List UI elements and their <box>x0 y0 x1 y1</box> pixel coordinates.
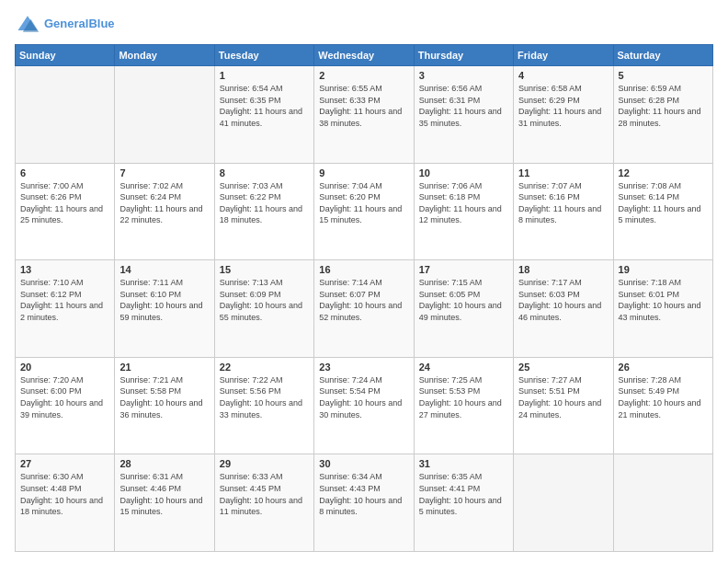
day-info: Sunrise: 7:10 AMSunset: 6:12 PMDaylight:… <box>20 277 109 323</box>
calendar-day-cell: 30Sunrise: 6:34 AMSunset: 4:43 PMDayligh… <box>314 454 414 552</box>
calendar-day-cell: 2Sunrise: 6:55 AMSunset: 6:33 PMDaylight… <box>314 66 414 164</box>
logo-general: General <box>44 17 88 30</box>
calendar-week-row: 20Sunrise: 7:20 AMSunset: 6:00 PMDayligh… <box>16 357 713 454</box>
day-number: 9 <box>319 167 408 178</box>
calendar-day-cell: 3Sunrise: 6:56 AMSunset: 6:31 PMDaylight… <box>414 66 513 164</box>
day-number: 11 <box>518 167 608 178</box>
day-info: Sunrise: 6:34 AMSunset: 4:43 PMDaylight:… <box>319 471 408 517</box>
logo-text: GeneralBlue <box>44 17 115 31</box>
calendar-day-cell: 10Sunrise: 7:06 AMSunset: 6:18 PMDayligh… <box>414 163 513 260</box>
day-info: Sunrise: 7:08 AMSunset: 6:14 PMDaylight:… <box>619 180 708 226</box>
weekday-header: Friday <box>514 45 613 66</box>
calendar-day-cell: 12Sunrise: 7:08 AMSunset: 6:14 PMDayligh… <box>613 163 712 260</box>
calendar-week-row: 1Sunrise: 6:54 AMSunset: 6:35 PMDaylight… <box>16 66 713 164</box>
day-number: 24 <box>419 362 508 373</box>
day-info: Sunrise: 7:18 AMSunset: 6:01 PMDaylight:… <box>619 277 708 323</box>
day-info: Sunrise: 7:25 AMSunset: 5:53 PMDaylight:… <box>419 374 508 420</box>
day-info: Sunrise: 7:28 AMSunset: 5:49 PMDaylight:… <box>619 374 708 420</box>
weekday-row: SundayMondayTuesdayWednesdayThursdayFrid… <box>16 45 713 66</box>
calendar-day-cell: 11Sunrise: 7:07 AMSunset: 6:16 PMDayligh… <box>514 163 613 260</box>
day-number: 4 <box>518 70 608 81</box>
day-info: Sunrise: 7:15 AMSunset: 6:05 PMDaylight:… <box>419 277 508 323</box>
calendar-day-cell: 23Sunrise: 7:24 AMSunset: 5:54 PMDayligh… <box>314 357 414 454</box>
day-info: Sunrise: 7:24 AMSunset: 5:54 PMDaylight:… <box>319 374 408 420</box>
day-info: Sunrise: 7:00 AMSunset: 6:26 PMDaylight:… <box>20 180 109 226</box>
calendar-week-row: 27Sunrise: 6:30 AMSunset: 4:48 PMDayligh… <box>16 454 713 552</box>
calendar-day-cell: 24Sunrise: 7:25 AMSunset: 5:53 PMDayligh… <box>414 357 513 454</box>
day-info: Sunrise: 6:59 AMSunset: 6:28 PMDaylight:… <box>619 83 708 129</box>
day-number: 12 <box>619 167 708 178</box>
day-number: 22 <box>220 362 309 373</box>
calendar-day-cell: 14Sunrise: 7:11 AMSunset: 6:10 PMDayligh… <box>115 260 214 358</box>
calendar-day-cell: 18Sunrise: 7:17 AMSunset: 6:03 PMDayligh… <box>514 260 613 358</box>
weekday-header: Tuesday <box>214 45 313 66</box>
calendar-day-cell: 8Sunrise: 7:03 AMSunset: 6:22 PMDaylight… <box>214 163 313 260</box>
calendar-day-cell: 28Sunrise: 6:31 AMSunset: 4:46 PMDayligh… <box>115 454 214 552</box>
calendar-day-cell: 31Sunrise: 6:35 AMSunset: 4:41 PMDayligh… <box>414 454 513 552</box>
day-info: Sunrise: 7:14 AMSunset: 6:07 PMDaylight:… <box>319 277 408 323</box>
calendar-week-row: 13Sunrise: 7:10 AMSunset: 6:12 PMDayligh… <box>16 260 713 358</box>
day-number: 27 <box>20 458 109 469</box>
calendar-body: 1Sunrise: 6:54 AMSunset: 6:35 PMDaylight… <box>16 66 713 552</box>
logo-icon <box>15 11 40 37</box>
day-number: 15 <box>220 264 309 275</box>
calendar-day-cell: 19Sunrise: 7:18 AMSunset: 6:01 PMDayligh… <box>613 260 712 358</box>
day-number: 30 <box>319 458 408 469</box>
day-number: 6 <box>20 167 109 178</box>
day-number: 21 <box>119 362 209 373</box>
calendar-day-cell: 1Sunrise: 6:54 AMSunset: 6:35 PMDaylight… <box>214 66 313 164</box>
logo: GeneralBlue <box>15 11 115 37</box>
day-info: Sunrise: 7:17 AMSunset: 6:03 PMDaylight:… <box>518 277 608 323</box>
weekday-header: Sunday <box>16 45 115 66</box>
logo-blue: Blue <box>88 17 114 30</box>
day-info: Sunrise: 6:33 AMSunset: 4:45 PMDaylight:… <box>220 471 309 517</box>
day-info: Sunrise: 7:20 AMSunset: 6:00 PMDaylight:… <box>20 374 109 420</box>
calendar-day-cell <box>613 454 712 552</box>
day-number: 14 <box>119 264 209 275</box>
calendar-day-cell <box>514 454 613 552</box>
day-info: Sunrise: 7:07 AMSunset: 6:16 PMDaylight:… <box>518 180 608 226</box>
day-number: 19 <box>619 264 708 275</box>
day-info: Sunrise: 7:06 AMSunset: 6:18 PMDaylight:… <box>419 180 508 226</box>
day-number: 16 <box>319 264 408 275</box>
day-info: Sunrise: 7:11 AMSunset: 6:10 PMDaylight:… <box>119 277 209 323</box>
page: GeneralBlue SundayMondayTuesdayWednesday… <box>0 0 728 563</box>
calendar-day-cell: 27Sunrise: 6:30 AMSunset: 4:48 PMDayligh… <box>16 454 115 552</box>
day-number: 13 <box>20 264 109 275</box>
day-number: 8 <box>220 167 309 178</box>
day-info: Sunrise: 6:56 AMSunset: 6:31 PMDaylight:… <box>419 83 508 129</box>
weekday-header: Thursday <box>414 45 513 66</box>
calendar-day-cell: 22Sunrise: 7:22 AMSunset: 5:56 PMDayligh… <box>214 357 313 454</box>
day-number: 29 <box>220 458 309 469</box>
calendar-day-cell: 29Sunrise: 6:33 AMSunset: 4:45 PMDayligh… <box>214 454 313 552</box>
weekday-header: Wednesday <box>314 45 414 66</box>
day-info: Sunrise: 6:30 AMSunset: 4:48 PMDaylight:… <box>20 471 109 517</box>
day-number: 26 <box>619 362 708 373</box>
day-number: 23 <box>319 362 408 373</box>
calendar-day-cell: 16Sunrise: 7:14 AMSunset: 6:07 PMDayligh… <box>314 260 414 358</box>
calendar-day-cell <box>115 66 214 164</box>
calendar-day-cell: 7Sunrise: 7:02 AMSunset: 6:24 PMDaylight… <box>115 163 214 260</box>
day-info: Sunrise: 6:58 AMSunset: 6:29 PMDaylight:… <box>518 83 608 129</box>
weekday-header: Monday <box>115 45 214 66</box>
day-info: Sunrise: 6:35 AMSunset: 4:41 PMDaylight:… <box>419 471 508 517</box>
day-number: 31 <box>419 458 508 469</box>
calendar-day-cell: 5Sunrise: 6:59 AMSunset: 6:28 PMDaylight… <box>613 66 712 164</box>
day-number: 20 <box>20 362 109 373</box>
day-number: 18 <box>518 264 608 275</box>
calendar-day-cell: 9Sunrise: 7:04 AMSunset: 6:20 PMDaylight… <box>314 163 414 260</box>
day-number: 2 <box>319 70 408 81</box>
day-number: 10 <box>419 167 508 178</box>
calendar-header: SundayMondayTuesdayWednesdayThursdayFrid… <box>16 45 713 66</box>
calendar-day-cell: 20Sunrise: 7:20 AMSunset: 6:00 PMDayligh… <box>16 357 115 454</box>
calendar-day-cell: 6Sunrise: 7:00 AMSunset: 6:26 PMDaylight… <box>16 163 115 260</box>
day-number: 5 <box>619 70 708 81</box>
day-info: Sunrise: 7:03 AMSunset: 6:22 PMDaylight:… <box>220 180 309 226</box>
day-info: Sunrise: 7:27 AMSunset: 5:51 PMDaylight:… <box>518 374 608 420</box>
day-info: Sunrise: 7:13 AMSunset: 6:09 PMDaylight:… <box>220 277 309 323</box>
calendar-week-row: 6Sunrise: 7:00 AMSunset: 6:26 PMDaylight… <box>16 163 713 260</box>
day-info: Sunrise: 7:04 AMSunset: 6:20 PMDaylight:… <box>319 180 408 226</box>
day-info: Sunrise: 6:55 AMSunset: 6:33 PMDaylight:… <box>319 83 408 129</box>
day-info: Sunrise: 7:02 AMSunset: 6:24 PMDaylight:… <box>119 180 209 226</box>
day-number: 1 <box>220 70 309 81</box>
